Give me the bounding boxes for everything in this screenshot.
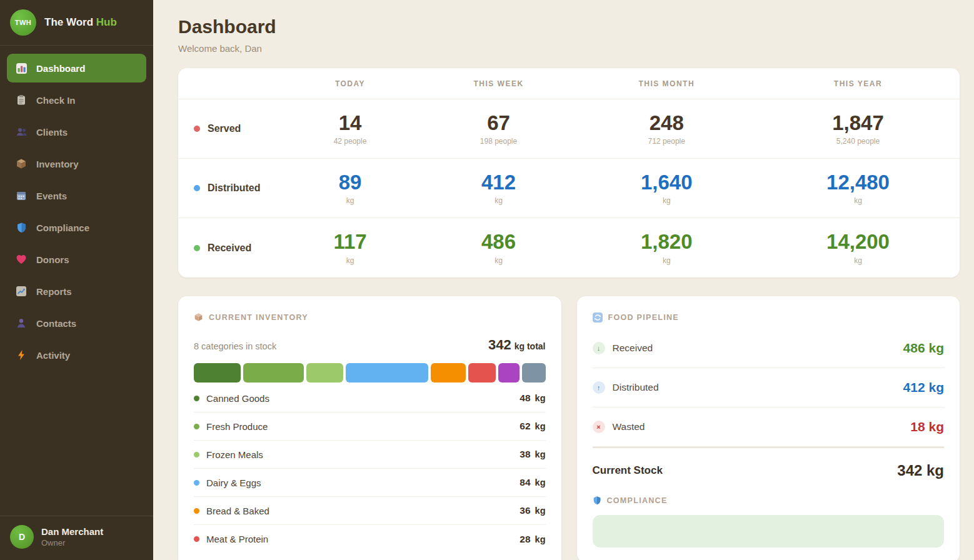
column-header-this-year: THIS YEAR (756, 79, 960, 88)
shield-icon (15, 222, 28, 233)
stat-served-month: 248 712 people (577, 112, 757, 146)
category-qty: 38 (520, 449, 530, 459)
arrow-up-icon: ↑ (593, 381, 605, 394)
sidebar-item-label: Activity (36, 350, 70, 361)
category-name: Dairy & Eggs (206, 478, 261, 488)
people-icon (15, 126, 28, 138)
compliance-section-header: COMPLIANCE (593, 496, 945, 505)
compliance-status-panel (593, 515, 945, 548)
category-qty: 48 (520, 392, 530, 403)
bar-segment (243, 363, 304, 382)
sidebar-item-dashboard[interactable]: Dashboard (7, 54, 146, 82)
bar-segment (498, 363, 520, 382)
pipeline-row-label: Received (613, 342, 653, 354)
category-name: Canned Goods (206, 393, 269, 404)
category-qty: 84 (520, 477, 530, 488)
sidebar-item-donors[interactable]: Donors (7, 245, 146, 274)
current-stock-row: Current Stock 342 kg (593, 447, 945, 496)
app-logo: TWH The Word Hub (0, 0, 153, 46)
sidebar-item-check-in[interactable]: Check In (7, 86, 146, 114)
heart-icon (15, 254, 28, 264)
bar-segment (194, 363, 241, 382)
stats-row-label: Distributed (208, 182, 260, 194)
list-item: Dairy & Eggs 84kg (194, 469, 546, 497)
line-chart-icon (15, 286, 28, 297)
bar-segment (346, 363, 428, 382)
distributed-dot (194, 185, 200, 191)
categories-count: 8 categories in stock (194, 341, 276, 351)
pipeline-row-distributed: ↑ Distributed 412 kg (593, 368, 945, 408)
avatar: D (10, 525, 34, 549)
sidebar-item-label: Clients (36, 127, 68, 138)
box-icon (194, 312, 203, 322)
main-content: Dashboard Welcome back, Dan TODAY THIS W… (153, 0, 974, 560)
category-name: Frozen Meals (206, 449, 263, 460)
list-item: Frozen Meals 38kg (194, 441, 546, 469)
logo-badge: TWH (10, 9, 36, 36)
stat-distributed-month: 1,640 kg (577, 171, 757, 205)
sidebar-item-contacts[interactable]: Contacts (7, 309, 146, 338)
bar-segment (468, 363, 496, 382)
pipeline-row-label: Wasted (613, 421, 645, 432)
sidebar-nav: Dashboard Check In Clients Inventory Eve… (0, 46, 153, 372)
sidebar-item-label: Compliance (36, 222, 89, 233)
person-icon (15, 318, 28, 329)
sidebar-item-label: Check In (36, 95, 76, 106)
category-dot (194, 508, 199, 514)
column-header-today: TODAY (280, 79, 421, 88)
page-title: Dashboard (178, 16, 960, 38)
recycle-icon (593, 312, 603, 322)
current-stock-value: 342 kg (897, 462, 944, 479)
stat-served-week: 67 198 people (421, 112, 577, 146)
stats-header-row: TODAY THIS WEEK THIS MONTH THIS YEAR (178, 68, 960, 99)
stat-received-year: 14,200 kg (756, 231, 960, 264)
list-item: Meat & Protein 28kg (194, 525, 546, 553)
user-role: Owner (41, 538, 103, 548)
sidebar-item-label: Donors (36, 254, 69, 265)
list-item: Canned Goods 48kg (194, 384, 546, 412)
arrow-down-icon: ↓ (593, 342, 605, 354)
sidebar-item-reports[interactable]: Reports (7, 277, 146, 306)
sidebar-item-activity[interactable]: Activity (7, 341, 146, 369)
list-item: Fresh Produce 62kg (194, 412, 546, 441)
calendar-icon (15, 190, 28, 201)
sidebar-item-label: Dashboard (36, 63, 85, 74)
food-pipeline-card: FOOD PIPELINE ↓ Received 486 kg ↑ Distri… (577, 296, 960, 560)
category-qty: 36 (520, 505, 530, 516)
sidebar-item-clients[interactable]: Clients (7, 118, 146, 146)
stats-table: TODAY THIS WEEK THIS MONTH THIS YEAR Ser… (178, 68, 960, 278)
served-dot (194, 126, 200, 132)
pipeline-row-received: ↓ Received 486 kg (593, 329, 945, 368)
category-name: Meat & Protein (206, 534, 268, 544)
sidebar-item-compliance[interactable]: Compliance (7, 213, 146, 242)
category-dot (194, 452, 199, 458)
category-name: Fresh Produce (206, 421, 268, 432)
stat-received-today: 117 kg (280, 231, 421, 264)
sidebar-item-inventory[interactable]: Inventory (7, 149, 146, 178)
pipeline-card-header: FOOD PIPELINE (593, 312, 945, 322)
bar-segment (306, 363, 343, 382)
sidebar-item-events[interactable]: Events (7, 181, 146, 210)
page-subtitle: Welcome back, Dan (178, 43, 960, 54)
current-stock-label: Current Stock (593, 464, 663, 477)
user-menu[interactable]: D Dan Merchant Owner (0, 516, 153, 560)
stat-received-week: 486 kg (421, 231, 577, 264)
sidebar-item-label: Events (36, 191, 67, 201)
stats-row-served: Served 14 42 people 67 198 people 248 71… (178, 99, 960, 159)
list-item: Bread & Baked 36kg (194, 497, 546, 525)
stat-distributed-today: 89 kg (280, 171, 421, 205)
stat-distributed-year: 12,480 kg (756, 171, 960, 205)
inventory-total: 342kg total (488, 337, 546, 353)
stats-row-label: Received (208, 242, 251, 254)
app-title: The Word Hub (44, 16, 117, 29)
stats-row-distributed: Distributed 89 kg 412 kg 1,640 kg 12,480… (178, 159, 960, 218)
stat-served-year: 1,847 5,240 people (756, 112, 960, 146)
shield-icon (593, 496, 601, 505)
current-inventory-card: CURRENT INVENTORY 8 categories in stock … (178, 296, 561, 560)
stat-received-month: 1,820 kg (577, 231, 757, 264)
sidebar: TWH The Word Hub Dashboard Check In Clie… (0, 0, 153, 560)
sidebar-item-label: Reports (36, 286, 72, 297)
pipeline-row-value: 18 kg (910, 419, 944, 434)
received-dot (194, 245, 200, 251)
user-name: Dan Merchant (41, 526, 103, 537)
